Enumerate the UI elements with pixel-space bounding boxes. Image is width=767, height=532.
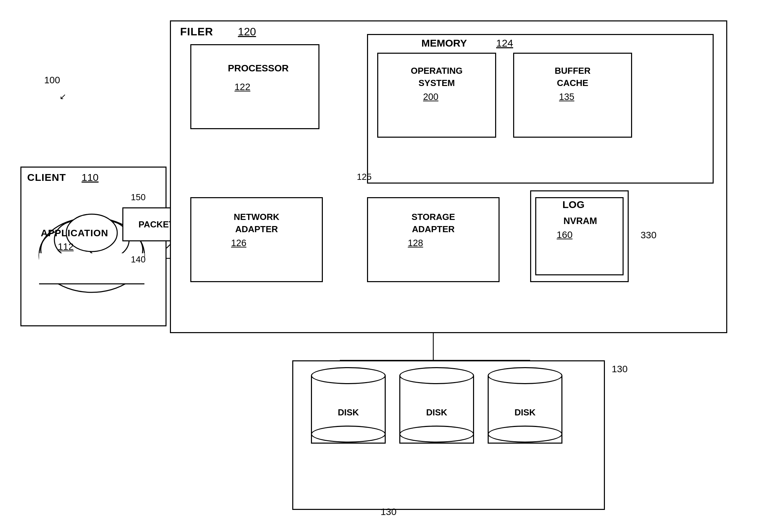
disk-3-label: DISK	[515, 407, 536, 417]
svg-rect-23	[39, 253, 144, 284]
processor-box	[190, 44, 319, 129]
memory-number: 124	[496, 37, 513, 49]
buffer-cache-number: 135	[559, 92, 574, 102]
disk-3-body: DISK	[488, 376, 562, 444]
memory-label: MEMORY	[421, 37, 467, 49]
disk-3-bottom	[488, 426, 562, 443]
disk-2-body: DISK	[399, 376, 474, 444]
buffer-cache-label: BUFFERCACHE	[517, 65, 629, 89]
disk-1-bottom	[311, 426, 386, 443]
client-label: CLIENT	[27, 172, 66, 183]
ref-150-label: 150	[131, 192, 145, 203]
processor-label: PROCESSOR	[199, 63, 318, 74]
filer-label: FILER	[180, 25, 213, 38]
disk-2-top	[399, 367, 474, 384]
ref-100-label: 100	[44, 75, 60, 86]
nvram-number: 160	[557, 229, 573, 240]
diagram: 100 ↙ CLIENT 110 APPLICATION 112 150 PAC…	[0, 0, 767, 532]
disk-group: DISK DISK DISK	[309, 367, 564, 444]
application-label: APPLICATION	[41, 228, 108, 239]
network-adapter-box	[190, 197, 323, 282]
ref-140-label: 140	[131, 254, 145, 265]
network-adapter-label: NETWORKADAPTER	[194, 211, 319, 236]
disk-2: DISK	[398, 367, 476, 444]
os-number: 200	[423, 92, 438, 102]
disk-3-top	[488, 367, 562, 384]
ref-130-side: 130	[612, 364, 628, 375]
storage-adapter-number: 128	[408, 238, 423, 248]
disk-1-body: DISK	[311, 376, 386, 444]
network-adapter-number: 126	[231, 238, 246, 248]
nvram-label: NVRAM	[537, 216, 624, 226]
storage-adapter-box	[367, 197, 500, 282]
application-number: 112	[58, 241, 74, 252]
processor-number: 122	[234, 82, 250, 92]
storage-adapter-label: STORAGEADAPTER	[370, 211, 496, 236]
disk-1-top	[311, 367, 386, 384]
disk-2-bottom	[399, 426, 474, 443]
packet-label: PACKET	[139, 219, 174, 230]
ref-100-arrow: ↙	[59, 92, 66, 101]
disk-1: DISK	[309, 367, 387, 444]
disk-2-label: DISK	[426, 407, 447, 417]
ref-130-bottom: 130	[381, 507, 397, 517]
disk-3: DISK	[486, 367, 564, 444]
filer-number: 120	[238, 25, 256, 38]
client-number: 110	[82, 172, 99, 183]
os-label: OPERATINGSYSTEM	[381, 65, 493, 89]
log-label: LOG	[562, 199, 585, 210]
ref-125-label: 125	[357, 172, 371, 182]
disk-1-label: DISK	[338, 407, 359, 417]
ref-330-label: 330	[641, 230, 657, 241]
